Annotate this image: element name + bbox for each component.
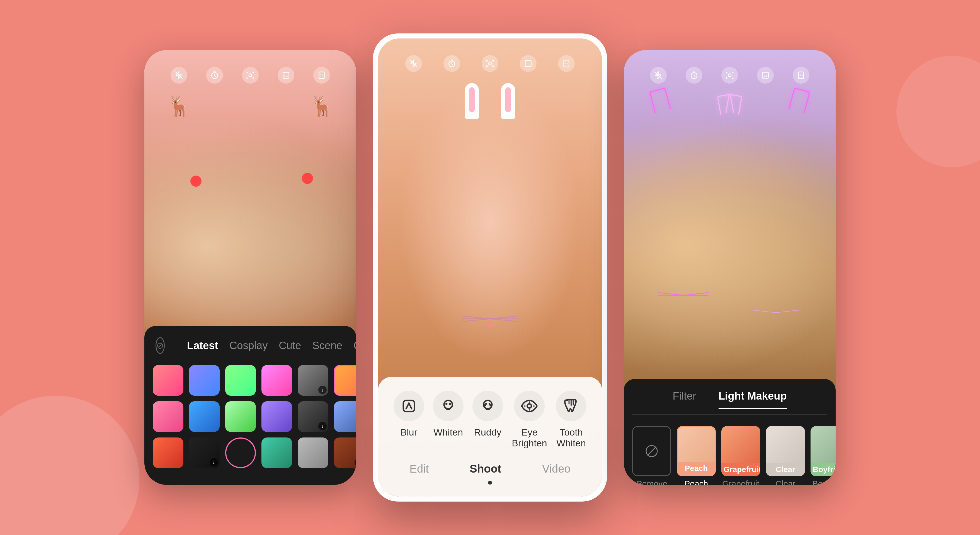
right-filter-header: Filter Light Makeup [632, 390, 827, 415]
filter-item-6[interactable] [334, 365, 356, 396]
grapefruit-badge: Grapefruit [721, 463, 760, 476]
beauty-tool-whiten[interactable]: Whiten [433, 391, 463, 438]
svg-line-43 [648, 447, 656, 455]
whiten-label: Whiten [433, 427, 463, 438]
svg-point-2 [249, 74, 252, 77]
filter-item-16[interactable] [261, 438, 292, 468]
bunny-ear-right [501, 83, 515, 119]
ratio-1-1-icon[interactable]: 1:1 [278, 67, 294, 84]
filter-item-8[interactable] [189, 401, 220, 432]
svg-point-9 [488, 62, 492, 65]
right-flash-off-icon[interactable] [650, 67, 667, 84]
svg-text:1:1: 1:1 [526, 63, 530, 65]
nav-edit[interactable]: Edit [409, 462, 429, 475]
nav-shoot[interactable]: Shoot [470, 462, 501, 475]
filter-item-13[interactable] [153, 438, 183, 468]
bunny-whiskers [448, 310, 532, 327]
center-flash-off-icon[interactable] [405, 55, 422, 72]
filter-tabs: ⊘ Latest Cosplay Cute Scene Gl... [153, 337, 348, 354]
blur-label: Blur [401, 427, 417, 438]
tooth-whiten-label: ToothWhiten [556, 427, 586, 449]
ruddy-label: Ruddy [474, 427, 501, 438]
ratio-3-4-icon[interactable]: 3:4 [313, 67, 330, 84]
reindeer-right-decoration: 🦌 [310, 95, 334, 117]
nav-dot-indicator [488, 481, 492, 484]
focus-icon[interactable] [242, 67, 259, 84]
beauty-tool-blur[interactable]: Blur [394, 391, 424, 438]
filter-item-17[interactable] [298, 438, 328, 468]
svg-text:1:1: 1:1 [284, 75, 288, 77]
right-ratio-1-1-icon[interactable]: 1:1 [757, 67, 774, 84]
boyfriend-label: Boyfriend [813, 479, 835, 485]
filter-tab-latest[interactable]: Latest [187, 340, 218, 352]
right-phone-screen: 1:1 3:4 [624, 50, 835, 485]
filter-item-15[interactable] [225, 438, 256, 468]
no-filter-icon[interactable]: ⊘ [156, 337, 165, 354]
left-toolbar: 1:1 3:4 [145, 67, 356, 84]
filter-tab-cute[interactable]: Cute [279, 340, 301, 352]
center-phone-outer: 1:1 3:4 [373, 33, 607, 502]
filter-item-9[interactable] [225, 401, 256, 432]
filter-item-1[interactable] [153, 365, 183, 396]
right-filter-boyfriend[interactable]: Boyfriend Boyfriend [811, 426, 835, 485]
svg-text:3:4: 3:4 [799, 74, 803, 77]
filter-item-3[interactable] [225, 365, 256, 396]
timer-icon[interactable] [206, 67, 223, 84]
right-phone: 1:1 3:4 [624, 50, 835, 485]
blur-icon [394, 391, 424, 421]
nav-video[interactable]: Video [542, 462, 571, 475]
clear-badge: Clear [766, 463, 805, 476]
beauty-tool-tooth-whiten[interactable]: ToothWhiten [556, 391, 586, 449]
svg-point-22 [449, 403, 451, 405]
filter-tab-scene[interactable]: Scene [312, 340, 342, 352]
filter-item-11[interactable]: ↓ [298, 401, 328, 432]
center-ratio-1-1-icon[interactable]: 1:1 [520, 55, 536, 72]
svg-point-28 [527, 404, 531, 408]
filter-tab-filter[interactable]: Filter [673, 390, 696, 409]
right-focus-icon[interactable] [721, 67, 738, 84]
filter-item-7[interactable] [153, 401, 183, 432]
filter-item-18[interactable]: ↓ [334, 438, 356, 468]
neon-whiskers-left [655, 288, 711, 302]
left-phone: 1:1 3:4 🦌 🦌 ⊘ [145, 50, 356, 485]
right-phone-wrapper: 1:1 3:4 [624, 50, 835, 485]
filter-item-12[interactable] [334, 401, 356, 432]
center-phone: 1:1 3:4 [378, 38, 602, 497]
right-ratio-3-4-icon[interactable]: 3:4 [793, 67, 810, 84]
download-icon-14: ↓ [210, 458, 218, 467]
center-bottom-panel: Blur Whiten [378, 377, 602, 497]
left-bottom-panel: ⊘ Latest Cosplay Cute Scene Gl... [145, 326, 356, 485]
ruddy-icon [473, 391, 503, 421]
filter-item-4[interactable] [261, 365, 292, 396]
filter-item-10[interactable] [261, 401, 292, 432]
right-filter-remove[interactable]: Remove [632, 426, 671, 485]
peach-badge: Peach [678, 462, 715, 475]
right-filter-grapefruit[interactable]: Grapefruit Grapefruit [721, 426, 760, 485]
filter-item-2[interactable] [189, 365, 220, 396]
center-toolbar: 1:1 3:4 [378, 55, 602, 72]
download-icon-11: ↓ [318, 422, 327, 430]
reindeer-left-decoration: 🦌 [167, 95, 191, 117]
center-focus-icon[interactable] [482, 55, 498, 72]
left-phone-screen: 1:1 3:4 🦌 🦌 ⊘ [145, 50, 356, 485]
filter-item-14[interactable]: ↓ [189, 438, 220, 468]
beauty-tool-eye-brighten[interactable]: EyeBrighten [512, 391, 547, 449]
right-bottom-panel: Filter Light Makeup [624, 379, 835, 485]
filter-tab-cosplay[interactable]: Cosplay [229, 340, 267, 352]
clear-label: Clear [775, 479, 795, 485]
right-timer-icon[interactable] [686, 67, 702, 84]
filter-tab-light-makeup[interactable]: Light Makeup [719, 390, 787, 409]
beauty-tool-ruddy[interactable]: Ruddy [473, 391, 503, 438]
center-nav: Edit Shoot Video [389, 462, 591, 475]
flash-off-icon[interactable] [170, 67, 187, 84]
filter-item-5[interactable]: ↓ [298, 365, 328, 396]
right-filter-peach[interactable]: Peach Peach [677, 426, 716, 485]
svg-point-31 [728, 74, 731, 77]
right-filter-clear[interactable]: Clear Clear [766, 426, 805, 485]
filter-tab-gl[interactable]: Gl... [353, 340, 356, 352]
download-icon-5: ↓ [318, 386, 327, 394]
center-timer-icon[interactable] [444, 55, 460, 72]
center-ratio-3-4-icon[interactable]: 3:4 [558, 55, 575, 72]
remove-thumb [632, 426, 671, 476]
svg-text:3:4: 3:4 [565, 62, 568, 65]
